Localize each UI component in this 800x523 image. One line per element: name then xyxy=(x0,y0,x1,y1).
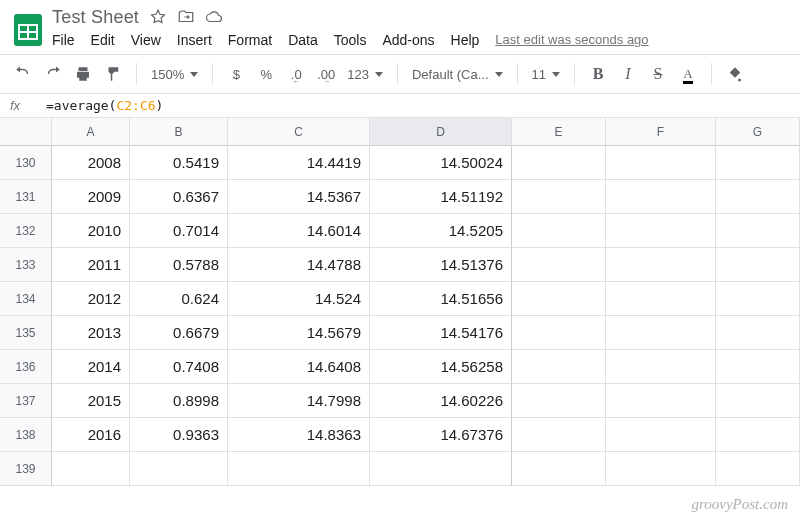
cell-D136[interactable]: 14.56258 xyxy=(370,350,512,384)
row-header[interactable]: 130 xyxy=(0,146,52,180)
menu-view[interactable]: View xyxy=(131,32,161,48)
increase-decimal-button[interactable]: .00→ xyxy=(313,61,339,87)
cell-D134[interactable]: 14.51656 xyxy=(370,282,512,316)
menu-tools[interactable]: Tools xyxy=(334,32,367,48)
cell-E131[interactable] xyxy=(512,180,606,214)
cell-A132[interactable]: 2010 xyxy=(52,214,130,248)
cell-E138[interactable] xyxy=(512,418,606,452)
currency-button[interactable]: $ xyxy=(223,61,249,87)
cell-F134[interactable] xyxy=(606,282,716,316)
text-color-button[interactable]: A xyxy=(675,61,701,87)
redo-button[interactable] xyxy=(40,61,66,87)
cell-B134[interactable]: 0.624 xyxy=(130,282,228,316)
cell-F130[interactable] xyxy=(606,146,716,180)
cell-F131[interactable] xyxy=(606,180,716,214)
cell-B137[interactable]: 0.8998 xyxy=(130,384,228,418)
cell-A130[interactable]: 2008 xyxy=(52,146,130,180)
menu-addons[interactable]: Add-ons xyxy=(382,32,434,48)
cell-E135[interactable] xyxy=(512,316,606,350)
cell-G133[interactable] xyxy=(716,248,800,282)
cell-G136[interactable] xyxy=(716,350,800,384)
cell-F133[interactable] xyxy=(606,248,716,282)
cell-A138[interactable]: 2016 xyxy=(52,418,130,452)
cell-B130[interactable]: 0.5419 xyxy=(130,146,228,180)
row-header[interactable]: 132 xyxy=(0,214,52,248)
cell-D137[interactable]: 14.60226 xyxy=(370,384,512,418)
cell-E137[interactable] xyxy=(512,384,606,418)
cell-B136[interactable]: 0.7408 xyxy=(130,350,228,384)
cell-C133[interactable]: 14.4788 xyxy=(228,248,370,282)
move-icon[interactable] xyxy=(177,8,195,26)
star-icon[interactable] xyxy=(149,8,167,26)
cell-C135[interactable]: 14.5679 xyxy=(228,316,370,350)
font-size-select[interactable]: 11 xyxy=(528,67,564,82)
cell-C137[interactable]: 14.7998 xyxy=(228,384,370,418)
cell-G132[interactable] xyxy=(716,214,800,248)
column-header-C[interactable]: C xyxy=(228,118,370,146)
cell-F132[interactable] xyxy=(606,214,716,248)
menu-insert[interactable]: Insert xyxy=(177,32,212,48)
cell-A134[interactable]: 2012 xyxy=(52,282,130,316)
cell-D139[interactable] xyxy=(370,452,512,486)
formula-input[interactable]: =average(C2:C6) xyxy=(46,98,163,113)
cell-F138[interactable] xyxy=(606,418,716,452)
cell-D132[interactable]: 14.5205 xyxy=(370,214,512,248)
sheets-logo[interactable] xyxy=(8,6,48,54)
cell-G134[interactable] xyxy=(716,282,800,316)
fill-color-button[interactable] xyxy=(722,61,748,87)
menu-format[interactable]: Format xyxy=(228,32,272,48)
menu-file[interactable]: File xyxy=(52,32,75,48)
cloud-status-icon[interactable] xyxy=(205,8,223,26)
decrease-decimal-button[interactable]: .0← xyxy=(283,61,309,87)
cell-C132[interactable]: 14.6014 xyxy=(228,214,370,248)
row-header[interactable]: 136 xyxy=(0,350,52,384)
cell-B135[interactable]: 0.6679 xyxy=(130,316,228,350)
strikethrough-button[interactable]: S xyxy=(645,61,671,87)
font-select[interactable]: Default (Ca... xyxy=(408,67,507,82)
column-header-G[interactable]: G xyxy=(716,118,800,146)
cell-B139[interactable] xyxy=(130,452,228,486)
row-header[interactable]: 133 xyxy=(0,248,52,282)
cell-G137[interactable] xyxy=(716,384,800,418)
cell-A137[interactable]: 2015 xyxy=(52,384,130,418)
row-header[interactable]: 139 xyxy=(0,452,52,486)
cell-C139[interactable] xyxy=(228,452,370,486)
cell-F137[interactable] xyxy=(606,384,716,418)
zoom-select[interactable]: 150% xyxy=(147,67,202,82)
cell-G138[interactable] xyxy=(716,418,800,452)
column-header-D[interactable]: D xyxy=(370,118,512,146)
column-header-B[interactable]: B xyxy=(130,118,228,146)
row-header[interactable]: 135 xyxy=(0,316,52,350)
cell-E139[interactable] xyxy=(512,452,606,486)
cell-F135[interactable] xyxy=(606,316,716,350)
column-header-F[interactable]: F xyxy=(606,118,716,146)
number-format-select[interactable]: 123 xyxy=(343,67,387,82)
cell-C136[interactable]: 14.6408 xyxy=(228,350,370,384)
menu-help[interactable]: Help xyxy=(451,32,480,48)
cell-E132[interactable] xyxy=(512,214,606,248)
cell-D135[interactable]: 14.54176 xyxy=(370,316,512,350)
cell-A131[interactable]: 2009 xyxy=(52,180,130,214)
cell-C138[interactable]: 14.8363 xyxy=(228,418,370,452)
column-header-E[interactable]: E xyxy=(512,118,606,146)
print-button[interactable] xyxy=(70,61,96,87)
cell-D138[interactable]: 14.67376 xyxy=(370,418,512,452)
cell-E130[interactable] xyxy=(512,146,606,180)
cell-E136[interactable] xyxy=(512,350,606,384)
cell-G135[interactable] xyxy=(716,316,800,350)
cell-C130[interactable]: 14.4419 xyxy=(228,146,370,180)
cell-D131[interactable]: 14.51192 xyxy=(370,180,512,214)
cell-G139[interactable] xyxy=(716,452,800,486)
cell-D130[interactable]: 14.50024 xyxy=(370,146,512,180)
cell-G131[interactable] xyxy=(716,180,800,214)
cell-A139[interactable] xyxy=(52,452,130,486)
cell-D133[interactable]: 14.51376 xyxy=(370,248,512,282)
undo-button[interactable] xyxy=(10,61,36,87)
cell-E134[interactable] xyxy=(512,282,606,316)
cell-C134[interactable]: 14.524 xyxy=(228,282,370,316)
cell-F136[interactable] xyxy=(606,350,716,384)
cell-A133[interactable]: 2011 xyxy=(52,248,130,282)
cell-B131[interactable]: 0.6367 xyxy=(130,180,228,214)
italic-button[interactable]: I xyxy=(615,61,641,87)
percent-button[interactable]: % xyxy=(253,61,279,87)
